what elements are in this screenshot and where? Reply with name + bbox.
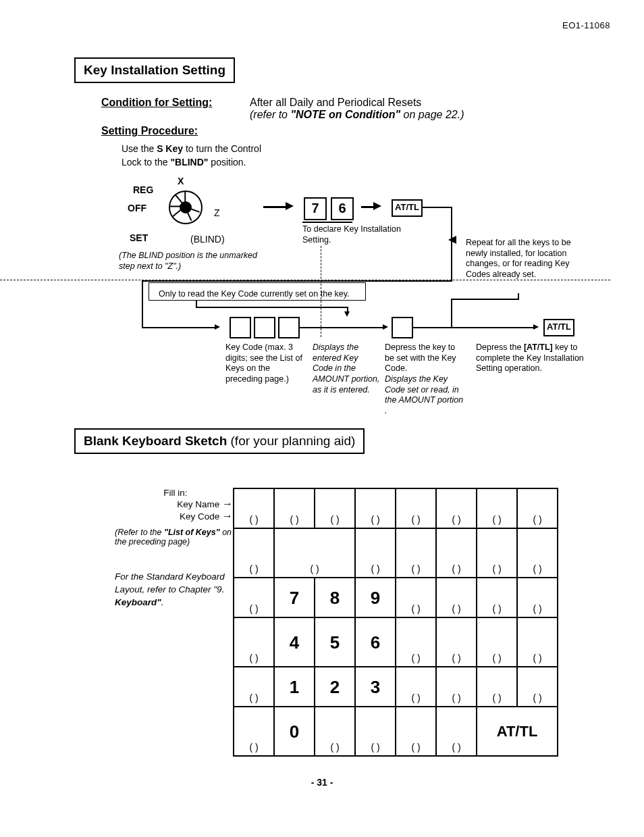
condition-line2a: (refer to — [250, 109, 290, 120]
key-attl-2: AT/TL — [543, 319, 574, 336]
procedure-label: Setting Procedure: — [101, 125, 610, 137]
repeat-text: Repeat for all the keys to be newly inst… — [466, 238, 574, 280]
cap3b: Displays the Key Code set or read, in th… — [385, 374, 463, 415]
kb-cell: ( ) — [436, 617, 477, 667]
cap3a: Depress the key to be set with the Key C… — [385, 343, 456, 373]
dial-set: SET — [130, 232, 148, 243]
key-7: 7 — [304, 197, 327, 220]
kb-cell: ( ) — [355, 707, 396, 756]
kb-key-9: 9 — [355, 578, 396, 617]
keycode-digit-3 — [278, 317, 300, 338]
kb-cell: ( ) — [234, 578, 274, 617]
kb-cell: ( ) — [517, 578, 558, 617]
kb-key-5: 5 — [315, 617, 355, 667]
sec2a: Blank Keyboard Sketch — [84, 434, 231, 448]
section-title-blank-keyboard: Blank Keyboard Sketch (for your planning… — [74, 428, 365, 454]
dial-off: OFF — [128, 203, 146, 213]
stda: For the Standard Keyboard Layout, refer … — [115, 572, 225, 594]
kb-key-attl: AT/TL — [477, 707, 558, 756]
caption-depress-attl: Depress the [AT/TL] key to complete the … — [476, 343, 591, 374]
kb-cell: ( ) — [355, 528, 396, 578]
dial-x: X — [178, 176, 184, 186]
kb-key-0: 0 — [274, 707, 315, 756]
kb-cell: ( ) — [274, 488, 315, 528]
declare-text: To declare Key Installation Setting. — [302, 224, 417, 245]
proc-e: position. — [208, 157, 246, 168]
kb-cell: ( ) — [234, 488, 274, 528]
kb-key-4: 4 — [274, 617, 315, 667]
kb-cell: ( ) — [396, 528, 436, 578]
kb-cell-wide: ( ) — [274, 528, 355, 578]
kb-cell: ( ) — [477, 617, 517, 667]
arrow-icon: → — [222, 498, 233, 509]
procedure-diagram: X REG OFF Z SET (BLIND) (The BLIND posit… — [34, 172, 610, 428]
kb-key-3: 3 — [355, 667, 396, 707]
sketch-legend: Fill in: Key Name → Key Code → (Refer to… — [115, 488, 233, 757]
condition-line2c: on page 22.) — [400, 109, 464, 120]
stdc: . — [161, 597, 164, 607]
refa: (Refer to the — [115, 528, 164, 537]
caption-keycode: Key Code (max. 3 digits; see the List of… — [225, 343, 303, 385]
document-code: EO1-11068 — [34, 20, 610, 30]
kb-cell: ( ) — [477, 528, 517, 578]
std-layout-note: For the Standard Keyboard Layout, refer … — [115, 571, 233, 609]
kb-cell: ( ) — [234, 617, 274, 667]
kb-cell: ( ) — [477, 578, 517, 617]
kb-cell: ( ) — [234, 667, 274, 707]
condition-line1: After all Daily and Periodical Resets — [250, 97, 421, 108]
kb-key-7: 7 — [274, 578, 315, 617]
refb: "List of Keys" — [164, 528, 220, 537]
keyboard-sketch-area: Fill in: Key Name → Key Code → (Refer to… — [115, 488, 610, 757]
keycode-digit-1 — [230, 317, 251, 338]
dial-reg: REG — [133, 184, 153, 195]
kb-key-8: 8 — [315, 578, 355, 617]
key-6: 6 — [331, 197, 354, 220]
kb-cell: ( ) — [436, 488, 477, 528]
condition-line2b: "NOTE on Condition" — [290, 109, 400, 120]
kb-cell: ( ) — [396, 667, 436, 707]
dial-blind: (BLIND) — [190, 234, 225, 245]
kb-cell: ( ) — [517, 617, 558, 667]
kb-cell: ( ) — [436, 578, 477, 617]
ref-note: (Refer to the "List of Keys" on the prec… — [115, 528, 233, 547]
kb-cell: ( ) — [517, 528, 558, 578]
kb-cell: ( ) — [436, 528, 477, 578]
kb-cell: ( ) — [396, 707, 436, 756]
kb-cell: ( ) — [396, 488, 436, 528]
proc-b: S Key — [157, 143, 183, 154]
kb-cell: ( ) — [477, 488, 517, 528]
keyboard-grid: ( ) ( ) ( ) ( ) ( ) ( ) ( ) ( ) ( ) ( ) … — [233, 488, 558, 757]
kb-cell: ( ) — [315, 488, 355, 528]
kb-cell: ( ) — [436, 707, 477, 756]
kb-cell: ( ) — [234, 707, 274, 756]
kb-cell: ( ) — [517, 488, 558, 528]
kb-cell: ( ) — [315, 707, 355, 756]
arrow-icon: → — [222, 510, 233, 522]
kb-cell: ( ) — [477, 667, 517, 707]
kb-cell: ( ) — [234, 528, 274, 578]
dial-z: Z — [214, 207, 220, 218]
proc-a: Use the — [122, 143, 157, 154]
procedure-text: Use the S Key to turn the Control Lock t… — [122, 143, 270, 169]
kb-key-6: 6 — [355, 617, 396, 667]
kb-cell: ( ) — [396, 578, 436, 617]
caption-depress-key: Depress the key to be set with the Key C… — [385, 343, 466, 416]
kb-cell: ( ) — [355, 488, 396, 528]
keycode-digit-2 — [254, 317, 275, 338]
stdb: Keyboard" — [115, 597, 161, 607]
condition-text: After all Daily and Periodical Resets (r… — [250, 97, 464, 121]
fillin-label: Fill in: — [163, 488, 187, 498]
kb-key-2: 2 — [315, 667, 355, 707]
condition-label: Condition for Setting: — [101, 97, 250, 121]
caption-display-entered: Displays the entered Key Code in the AMO… — [313, 343, 380, 395]
target-key-box — [392, 317, 413, 338]
sec2b: (for your planning aid) — [231, 434, 356, 448]
dial-note: (The BLIND position is the unmarked step… — [119, 251, 274, 272]
kb-cell: ( ) — [517, 667, 558, 707]
proc-d: "BLIND" — [170, 157, 208, 168]
cap4a: Depress the — [476, 343, 524, 352]
page-number: - 31 - — [34, 777, 610, 788]
kb-cell: ( ) — [396, 617, 436, 667]
section-title-key-installation: Key Installation Setting — [74, 57, 235, 83]
key-attl-1: AT/TL — [392, 199, 423, 217]
